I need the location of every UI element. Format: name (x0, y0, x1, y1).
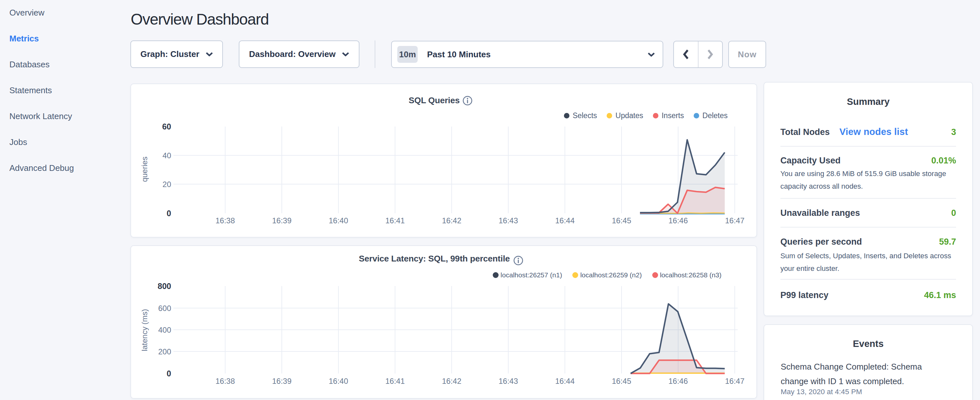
svg-text:16:43: 16:43 (499, 216, 518, 225)
svg-text:16:39: 16:39 (272, 377, 291, 386)
svg-text:800: 800 (158, 282, 171, 291)
svg-text:0: 0 (167, 369, 171, 378)
svg-text:16:38: 16:38 (215, 216, 235, 225)
svg-text:60: 60 (162, 122, 171, 131)
svg-text:16:47: 16:47 (725, 377, 745, 386)
svg-text:40: 40 (162, 151, 171, 160)
svg-text:16:40: 16:40 (329, 216, 348, 225)
svg-text:200: 200 (158, 347, 171, 356)
svg-text:16:40: 16:40 (329, 377, 348, 386)
svg-text:16:45: 16:45 (612, 377, 631, 386)
svg-text:20: 20 (162, 180, 171, 189)
svg-text:latency (ms): latency (ms) (140, 309, 149, 351)
svg-text:600: 600 (158, 304, 171, 312)
svg-text:16:41: 16:41 (385, 216, 405, 225)
svg-text:16:41: 16:41 (385, 377, 405, 386)
svg-text:400: 400 (158, 325, 171, 334)
svg-text:16:38: 16:38 (215, 377, 235, 386)
svg-text:16:42: 16:42 (442, 377, 461, 386)
svg-text:16:46: 16:46 (668, 377, 688, 386)
svg-text:16:42: 16:42 (442, 216, 461, 225)
svg-text:16:39: 16:39 (272, 216, 291, 225)
svg-text:queries: queries (140, 157, 149, 182)
svg-text:0: 0 (167, 209, 171, 218)
svg-text:16:43: 16:43 (499, 377, 518, 386)
svg-text:16:45: 16:45 (612, 216, 631, 225)
svg-text:16:47: 16:47 (725, 216, 745, 225)
svg-text:16:44: 16:44 (555, 216, 574, 225)
svg-text:16:44: 16:44 (555, 377, 574, 386)
svg-text:16:46: 16:46 (668, 216, 688, 225)
